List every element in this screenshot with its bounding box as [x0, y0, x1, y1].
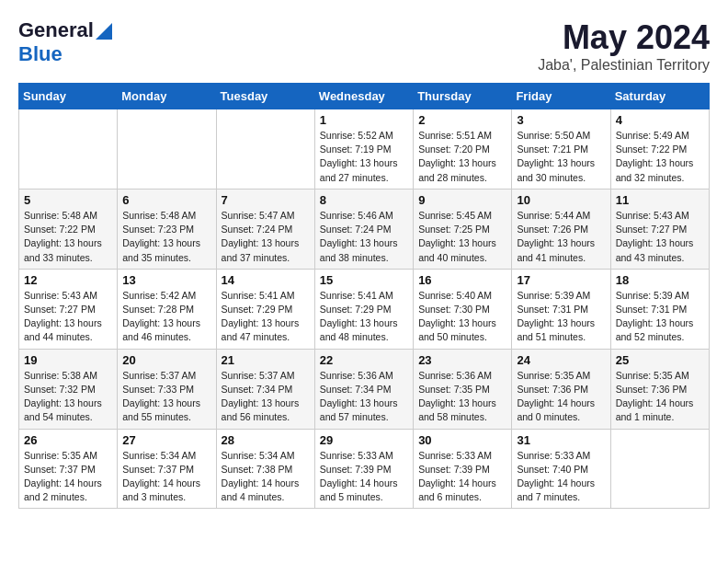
day-info: Sunrise: 5:35 AM Sunset: 7:36 PM Dayligh… [616, 369, 704, 425]
location-text: Jaba', Palestinian Territory [538, 57, 710, 74]
day-info: Sunrise: 5:47 AM Sunset: 7:24 PM Dayligh… [222, 209, 310, 265]
calendar-cell: 31Sunrise: 5:33 AM Sunset: 7:40 PM Dayli… [512, 429, 610, 509]
day-number: 2 [418, 113, 506, 127]
day-info: Sunrise: 5:45 AM Sunset: 7:25 PM Dayligh… [418, 209, 506, 265]
header-cell-wednesday: Wednesday [314, 84, 413, 109]
day-number: 25 [616, 353, 704, 367]
month-title: May 2024 [538, 18, 710, 57]
day-info: Sunrise: 5:35 AM Sunset: 7:37 PM Dayligh… [24, 449, 112, 505]
header-cell-tuesday: Tuesday [216, 84, 314, 109]
day-number: 6 [122, 193, 210, 207]
logo-blue-text: Blue [18, 42, 63, 65]
day-number: 11 [616, 193, 704, 207]
day-info: Sunrise: 5:39 AM Sunset: 7:31 PM Dayligh… [616, 289, 704, 345]
calendar-body: 1Sunrise: 5:52 AM Sunset: 7:19 PM Daylig… [19, 109, 710, 509]
calendar-week-row: 19Sunrise: 5:38 AM Sunset: 7:32 PM Dayli… [19, 349, 710, 429]
header-cell-sunday: Sunday [19, 84, 118, 109]
day-info: Sunrise: 5:36 AM Sunset: 7:35 PM Dayligh… [418, 369, 506, 425]
calendar-cell: 10Sunrise: 5:44 AM Sunset: 7:26 PM Dayli… [512, 189, 610, 269]
day-info: Sunrise: 5:37 AM Sunset: 7:34 PM Dayligh… [222, 369, 310, 425]
calendar-cell: 6Sunrise: 5:48 AM Sunset: 7:23 PM Daylig… [118, 189, 216, 269]
calendar-cell: 30Sunrise: 5:33 AM Sunset: 7:39 PM Dayli… [414, 429, 512, 509]
day-number: 8 [320, 193, 408, 207]
day-info: Sunrise: 5:48 AM Sunset: 7:22 PM Dayligh… [24, 209, 112, 265]
day-number: 17 [517, 273, 605, 287]
title-block: May 2024 Jaba', Palestinian Territory [538, 18, 710, 74]
day-number: 21 [222, 353, 310, 367]
day-number: 19 [24, 353, 112, 367]
calendar-cell [610, 429, 709, 509]
day-info: Sunrise: 5:52 AM Sunset: 7:19 PM Dayligh… [320, 129, 408, 185]
calendar-cell: 25Sunrise: 5:35 AM Sunset: 7:36 PM Dayli… [610, 349, 709, 429]
calendar-cell: 28Sunrise: 5:34 AM Sunset: 7:38 PM Dayli… [216, 429, 314, 509]
day-info: Sunrise: 5:41 AM Sunset: 7:29 PM Dayligh… [222, 289, 310, 345]
calendar-cell [216, 109, 314, 190]
day-info: Sunrise: 5:43 AM Sunset: 7:27 PM Dayligh… [24, 289, 112, 345]
calendar-cell: 1Sunrise: 5:52 AM Sunset: 7:19 PM Daylig… [314, 109, 413, 190]
logo-triangle-icon [96, 23, 112, 40]
day-info: Sunrise: 5:44 AM Sunset: 7:26 PM Dayligh… [517, 209, 605, 265]
header-cell-monday: Monday [118, 84, 216, 109]
calendar-cell: 17Sunrise: 5:39 AM Sunset: 7:31 PM Dayli… [512, 269, 610, 349]
calendar-cell: 11Sunrise: 5:43 AM Sunset: 7:27 PM Dayli… [610, 189, 709, 269]
calendar-cell: 12Sunrise: 5:43 AM Sunset: 7:27 PM Dayli… [19, 269, 118, 349]
day-info: Sunrise: 5:34 AM Sunset: 7:37 PM Dayligh… [122, 449, 210, 505]
day-info: Sunrise: 5:33 AM Sunset: 7:39 PM Dayligh… [320, 449, 408, 505]
day-number: 28 [222, 433, 310, 447]
calendar-cell [19, 109, 118, 190]
day-info: Sunrise: 5:46 AM Sunset: 7:24 PM Dayligh… [320, 209, 408, 265]
calendar-cell: 29Sunrise: 5:33 AM Sunset: 7:39 PM Dayli… [314, 429, 413, 509]
day-number: 29 [320, 433, 408, 447]
calendar-cell: 23Sunrise: 5:36 AM Sunset: 7:35 PM Dayli… [414, 349, 512, 429]
header-cell-thursday: Thursday [414, 84, 512, 109]
header-cell-friday: Friday [512, 84, 610, 109]
day-info: Sunrise: 5:35 AM Sunset: 7:36 PM Dayligh… [517, 369, 605, 425]
calendar-week-row: 12Sunrise: 5:43 AM Sunset: 7:27 PM Dayli… [19, 269, 710, 349]
day-number: 7 [222, 193, 310, 207]
day-number: 22 [320, 353, 408, 367]
day-number: 12 [24, 273, 112, 287]
svg-marker-0 [96, 23, 112, 40]
day-info: Sunrise: 5:43 AM Sunset: 7:27 PM Dayligh… [616, 209, 704, 265]
calendar-header: SundayMondayTuesdayWednesdayThursdayFrid… [19, 84, 710, 109]
day-number: 15 [320, 273, 408, 287]
day-number: 14 [222, 273, 310, 287]
header-row: SundayMondayTuesdayWednesdayThursdayFrid… [19, 84, 710, 109]
calendar-cell: 14Sunrise: 5:41 AM Sunset: 7:29 PM Dayli… [216, 269, 314, 349]
day-info: Sunrise: 5:40 AM Sunset: 7:30 PM Dayligh… [418, 289, 506, 345]
day-number: 9 [418, 193, 506, 207]
calendar-cell: 24Sunrise: 5:35 AM Sunset: 7:36 PM Dayli… [512, 349, 610, 429]
day-info: Sunrise: 5:34 AM Sunset: 7:38 PM Dayligh… [222, 449, 310, 505]
calendar-cell [118, 109, 216, 190]
calendar-table: SundayMondayTuesdayWednesdayThursdayFrid… [18, 83, 710, 509]
calendar-week-row: 26Sunrise: 5:35 AM Sunset: 7:37 PM Dayli… [19, 429, 710, 509]
calendar-cell: 18Sunrise: 5:39 AM Sunset: 7:31 PM Dayli… [610, 269, 709, 349]
calendar-cell: 5Sunrise: 5:48 AM Sunset: 7:22 PM Daylig… [19, 189, 118, 269]
calendar-cell: 13Sunrise: 5:42 AM Sunset: 7:28 PM Dayli… [118, 269, 216, 349]
day-info: Sunrise: 5:38 AM Sunset: 7:32 PM Dayligh… [24, 369, 112, 425]
logo: General Blue [18, 18, 112, 66]
calendar-cell: 9Sunrise: 5:45 AM Sunset: 7:25 PM Daylig… [414, 189, 512, 269]
day-number: 13 [122, 273, 210, 287]
day-number: 31 [517, 433, 605, 447]
calendar-cell: 20Sunrise: 5:37 AM Sunset: 7:33 PM Dayli… [118, 349, 216, 429]
day-number: 10 [517, 193, 605, 207]
day-info: Sunrise: 5:33 AM Sunset: 7:40 PM Dayligh… [517, 449, 605, 505]
calendar-cell: 19Sunrise: 5:38 AM Sunset: 7:32 PM Dayli… [19, 349, 118, 429]
logo-general-text: General [18, 18, 94, 42]
day-number: 30 [418, 433, 506, 447]
day-number: 23 [418, 353, 506, 367]
calendar-cell: 4Sunrise: 5:49 AM Sunset: 7:22 PM Daylig… [610, 109, 709, 190]
calendar-cell: 21Sunrise: 5:37 AM Sunset: 7:34 PM Dayli… [216, 349, 314, 429]
day-info: Sunrise: 5:33 AM Sunset: 7:39 PM Dayligh… [418, 449, 506, 505]
day-info: Sunrise: 5:48 AM Sunset: 7:23 PM Dayligh… [122, 209, 210, 265]
day-info: Sunrise: 5:49 AM Sunset: 7:22 PM Dayligh… [616, 129, 704, 185]
day-info: Sunrise: 5:39 AM Sunset: 7:31 PM Dayligh… [517, 289, 605, 345]
day-number: 27 [122, 433, 210, 447]
day-number: 3 [517, 113, 605, 127]
calendar-week-row: 5Sunrise: 5:48 AM Sunset: 7:22 PM Daylig… [19, 189, 710, 269]
day-number: 1 [320, 113, 408, 127]
day-number: 5 [24, 193, 112, 207]
day-info: Sunrise: 5:36 AM Sunset: 7:34 PM Dayligh… [320, 369, 408, 425]
day-number: 18 [616, 273, 704, 287]
